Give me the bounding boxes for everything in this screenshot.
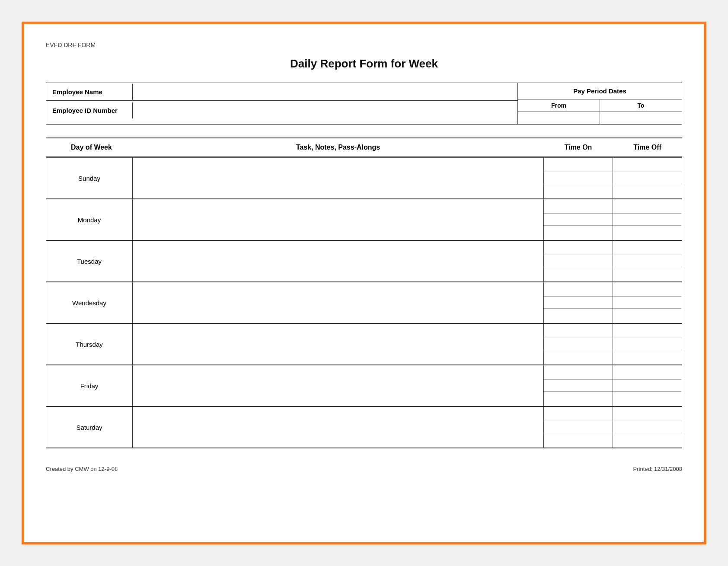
time-off-input[interactable] <box>613 435 682 444</box>
time-on-input[interactable] <box>544 227 613 237</box>
time-on-input[interactable] <box>544 297 613 307</box>
table-row: Wendesday <box>46 282 682 323</box>
time-off-sub-row <box>613 297 682 309</box>
time-off-input[interactable] <box>613 339 682 349</box>
time-off-input[interactable] <box>613 202 682 212</box>
time-on-input[interactable] <box>544 285 613 295</box>
footer-printed: Printed: 12/31/2008 <box>633 466 682 472</box>
time-off-sub-row <box>613 255 682 267</box>
tasks-cell <box>133 157 544 199</box>
time-on-sub-row <box>544 226 613 238</box>
time-off-input[interactable] <box>613 297 682 307</box>
time-on-input[interactable] <box>544 410 613 420</box>
page-title: Daily Report Form for Week <box>46 57 682 70</box>
time-on-input[interactable] <box>544 327 613 337</box>
tasks-cell <box>133 282 544 323</box>
tasks-input[interactable] <box>133 407 543 446</box>
time-on-input[interactable] <box>544 214 613 224</box>
time-off-sub-row <box>613 172 682 184</box>
time-on-input[interactable] <box>544 339 613 349</box>
time-off-sub-row <box>613 285 682 297</box>
pay-to-input[interactable] <box>600 112 682 124</box>
employee-name-input[interactable] <box>133 83 517 100</box>
time-off-sub-row <box>613 267 682 279</box>
time-on-sub-row <box>544 368 613 380</box>
tasks-input[interactable] <box>133 282 543 321</box>
form-label: EVFD DRF FORM <box>46 42 682 48</box>
pay-period-dates: From To <box>518 99 682 124</box>
tasks-input[interactable] <box>133 241 543 280</box>
time-off-sub-row <box>613 338 682 350</box>
time-on-sub-row <box>544 309 613 321</box>
time-off-input[interactable] <box>613 244 682 254</box>
time-off-input[interactable] <box>613 393 682 403</box>
time-off-input[interactable] <box>613 422 682 432</box>
time-off-input[interactable] <box>613 285 682 295</box>
time-on-input[interactable] <box>544 185 613 195</box>
time-off-sub-row <box>613 326 682 338</box>
time-off-sub-row <box>613 409 682 421</box>
tasks-input[interactable] <box>133 365 543 404</box>
time-on-cell <box>544 323 613 365</box>
time-on-sub-row <box>544 267 613 279</box>
time-on-input[interactable] <box>544 368 613 378</box>
time-off-cell <box>613 240 682 282</box>
from-label: From <box>518 99 600 112</box>
time-on-input[interactable] <box>544 244 613 254</box>
time-on-sub-row <box>544 392 613 404</box>
time-on-input[interactable] <box>544 393 613 403</box>
time-on-input[interactable] <box>544 381 613 390</box>
time-on-cell <box>544 240 613 282</box>
table-row: Friday <box>46 365 682 406</box>
time-on-input[interactable] <box>544 202 613 212</box>
time-on-sub-row <box>544 184 613 196</box>
time-on-cell <box>544 199 613 240</box>
table-row: Thursday <box>46 323 682 365</box>
time-on-input[interactable] <box>544 161 613 171</box>
time-off-input[interactable] <box>613 310 682 320</box>
time-off-sub-row <box>613 433 682 445</box>
time-on-input[interactable] <box>544 269 613 278</box>
tasks-input[interactable] <box>133 158 543 197</box>
time-on-sub-row <box>544 433 613 445</box>
time-off-input[interactable] <box>613 327 682 337</box>
time-off-input[interactable] <box>613 256 682 266</box>
time-off-sub-row <box>613 226 682 238</box>
time-off-input[interactable] <box>613 410 682 420</box>
time-off-input[interactable] <box>613 269 682 278</box>
col-header-timeoff: Time Off <box>613 138 682 157</box>
time-off-cell <box>613 323 682 365</box>
time-on-cell <box>544 157 613 199</box>
time-off-sub-row <box>613 350 682 362</box>
time-on-sub-row <box>544 380 613 392</box>
tasks-cell <box>133 199 544 240</box>
time-off-input[interactable] <box>613 381 682 390</box>
to-label: To <box>600 99 682 112</box>
table-row: Tuesday <box>46 240 682 282</box>
time-off-input[interactable] <box>613 352 682 361</box>
time-off-input[interactable] <box>613 173 682 183</box>
time-off-sub-row <box>613 368 682 380</box>
time-off-input[interactable] <box>613 185 682 195</box>
tasks-cell <box>133 240 544 282</box>
time-on-cell <box>544 282 613 323</box>
table-row: Sunday <box>46 157 682 199</box>
time-off-sub-row <box>613 380 682 392</box>
time-on-input[interactable] <box>544 256 613 266</box>
time-on-input[interactable] <box>544 310 613 320</box>
time-off-input[interactable] <box>613 227 682 237</box>
time-on-input[interactable] <box>544 173 613 183</box>
time-off-input[interactable] <box>613 214 682 224</box>
time-off-input[interactable] <box>613 161 682 171</box>
time-off-cell <box>613 406 682 448</box>
tasks-input[interactable] <box>133 199 543 238</box>
pay-from-input[interactable] <box>518 112 600 124</box>
employee-id-input[interactable] <box>133 101 517 120</box>
day-name-cell: Wendesday <box>46 282 133 323</box>
day-name-cell: Thursday <box>46 323 133 365</box>
time-off-input[interactable] <box>613 368 682 378</box>
time-on-input[interactable] <box>544 435 613 444</box>
time-on-input[interactable] <box>544 352 613 361</box>
tasks-input[interactable] <box>133 324 543 363</box>
time-on-input[interactable] <box>544 422 613 432</box>
